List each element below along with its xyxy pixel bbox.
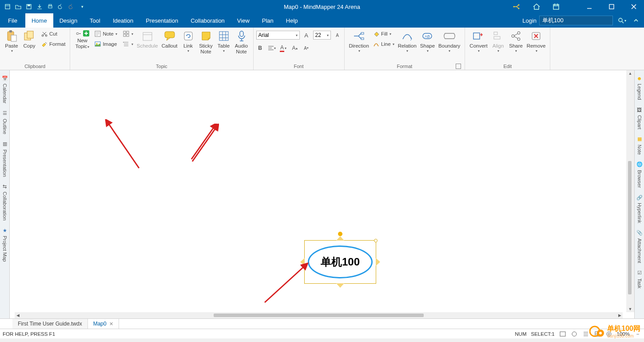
- rail-hyperlink[interactable]: 🔗Hyperlink: [636, 191, 643, 226]
- rail-calendar[interactable]: 📅Calendar: [1, 72, 8, 106]
- direction-button[interactable]: Direction▾: [347, 29, 371, 53]
- title-home-icon[interactable]: [528, 0, 545, 13]
- rail-presentation[interactable]: ▥Presentation: [1, 138, 8, 180]
- close-button[interactable]: [624, 0, 644, 13]
- note-button[interactable]: Note▾: [92, 29, 119, 39]
- rail-task[interactable]: ☑Task: [636, 267, 643, 291]
- layout-icon: [123, 30, 130, 37]
- layout-2-button[interactable]: ▾: [121, 39, 135, 49]
- fill-button[interactable]: Fill▾: [371, 29, 396, 39]
- sticky-note-button[interactable]: StickyNote: [197, 29, 215, 55]
- menu-plan[interactable]: Plan: [256, 13, 280, 28]
- rail-outline[interactable]: ☰Outline: [1, 107, 8, 137]
- convert-button[interactable]: Convert▾: [468, 29, 489, 53]
- scroll-up-icon[interactable]: ▲: [626, 70, 634, 76]
- doc-tab-guide[interactable]: First Time User Guide.twdx: [12, 319, 88, 329]
- audio-note-button[interactable]: AudioNote: [233, 29, 250, 55]
- vscroll-thumb[interactable]: [628, 161, 632, 294]
- anchor-top-icon[interactable]: [338, 232, 342, 236]
- expand-right-icon[interactable]: [376, 258, 380, 266]
- maximize-button[interactable]: [601, 0, 622, 13]
- align-button[interactable]: ▾: [268, 44, 276, 52]
- qat-more-icon[interactable]: ▾: [78, 3, 86, 11]
- menu-tool[interactable]: Tool: [83, 13, 107, 28]
- font-shrink-icon[interactable]: A: [334, 31, 342, 39]
- font-grow-button[interactable]: A▴: [291, 44, 299, 52]
- rail-collaboration[interactable]: ⇆Collaboration: [1, 180, 8, 223]
- scroll-down-icon[interactable]: ▼: [626, 306, 634, 312]
- font-name-select[interactable]: Arial▾: [256, 31, 300, 40]
- shape-button[interactable]: AB Shape▾: [418, 29, 437, 53]
- line-button[interactable]: Line▾: [371, 39, 396, 49]
- hscroll-thumb[interactable]: [214, 314, 424, 317]
- rail-clipart[interactable]: 🖼Clipart: [636, 104, 643, 132]
- font-size-select[interactable]: 22▾: [313, 31, 331, 40]
- search-button[interactable]: ▾: [616, 16, 628, 25]
- expand-down-icon[interactable]: [336, 283, 344, 288]
- expand-up-icon[interactable]: [336, 236, 344, 241]
- font-shrink-button[interactable]: A▾: [302, 44, 310, 52]
- qat-open-icon[interactable]: [14, 3, 22, 11]
- image-button[interactable]: Image: [92, 39, 119, 49]
- task-icon: ☑: [636, 270, 643, 277]
- login-link[interactable]: Login: [522, 17, 537, 24]
- callout-button[interactable]: Callout: [160, 29, 179, 49]
- menu-view[interactable]: View: [231, 13, 256, 28]
- canvas[interactable]: 单机100: [15, 70, 626, 318]
- format-button[interactable]: Format: [39, 39, 67, 49]
- menu-help[interactable]: Help: [280, 13, 304, 28]
- menu-collaboration[interactable]: Collaboration: [184, 13, 231, 28]
- font-color-button[interactable]: A▾: [279, 44, 287, 52]
- title-mindmap-icon[interactable]: [508, 0, 526, 13]
- relation-button[interactable]: Relation▾: [396, 29, 418, 53]
- minimize-button[interactable]: [579, 0, 600, 13]
- resize-handle[interactable]: [374, 239, 378, 242]
- close-tab-icon[interactable]: ✕: [109, 321, 113, 327]
- menu-file[interactable]: File: [0, 13, 25, 28]
- scroll-right-icon[interactable]: ▶: [616, 312, 623, 318]
- rail-browser[interactable]: 🌐Browser: [636, 158, 643, 190]
- svg-text:AB: AB: [425, 34, 430, 39]
- schedule-button[interactable]: Schedule: [135, 29, 160, 49]
- bold-button[interactable]: B: [256, 44, 264, 52]
- rail-note[interactable]: ▦Note: [636, 133, 643, 157]
- font-grow-icon[interactable]: A: [302, 31, 310, 39]
- qat-save-icon[interactable]: [25, 3, 33, 11]
- sb-icon-2[interactable]: [571, 330, 578, 338]
- copy-button[interactable]: Copy: [20, 29, 38, 49]
- format-dialog-launcher[interactable]: [456, 64, 461, 69]
- qat-redo-icon[interactable]: [68, 3, 76, 11]
- remove-button[interactable]: Remove▾: [525, 29, 548, 53]
- rail-project-map[interactable]: ★Project Map: [1, 224, 8, 265]
- title-calendar-icon[interactable]: [547, 0, 565, 13]
- collapse-ribbon-button[interactable]: [631, 15, 641, 26]
- paste-button[interactable]: Paste ▾: [3, 29, 20, 53]
- boundary-button[interactable]: Boundary▾: [437, 29, 462, 53]
- link-button[interactable]: Link▾: [179, 29, 197, 53]
- sb-icon-1[interactable]: [559, 330, 566, 338]
- sb-icon-3[interactable]: [582, 330, 589, 338]
- share-button[interactable]: Share▾: [507, 29, 525, 53]
- rail-legend[interactable]: ☻Legend: [636, 72, 643, 103]
- menu-design[interactable]: Design: [53, 13, 83, 28]
- menu-ideation[interactable]: Ideation: [107, 13, 139, 28]
- horizontal-scrollbar[interactable]: ◀ ▶: [15, 312, 623, 318]
- layout-1-button[interactable]: ▾: [121, 29, 135, 39]
- new-topic-button[interactable]: ○- New Topic▾: [73, 29, 91, 50]
- qat-print-icon[interactable]: [46, 3, 54, 11]
- qat-undo-icon[interactable]: [57, 3, 65, 11]
- menu-presentation[interactable]: Presentation: [139, 13, 184, 28]
- align-button-big[interactable]: Align▾: [489, 29, 507, 53]
- vertical-scrollbar[interactable]: ▲ ▼: [626, 70, 634, 312]
- scroll-left-icon[interactable]: ◀: [15, 312, 21, 318]
- table-button[interactable]: Table▾: [215, 29, 233, 53]
- rail-attachment[interactable]: 📎Attachment: [636, 227, 643, 266]
- menu-home[interactable]: Home: [25, 13, 53, 28]
- qat-new-icon[interactable]: [4, 3, 12, 11]
- qat-download-icon[interactable]: [36, 3, 44, 11]
- cut-button[interactable]: Cut: [39, 29, 67, 39]
- right-rail: ☻Legend 🖼Clipart ▦Note 🌐Browser 🔗Hyperli…: [634, 70, 644, 318]
- central-topic[interactable]: 单机100: [308, 245, 373, 278]
- doc-tab-map0[interactable]: Map0✕: [88, 319, 119, 329]
- search-input[interactable]: [539, 16, 613, 25]
